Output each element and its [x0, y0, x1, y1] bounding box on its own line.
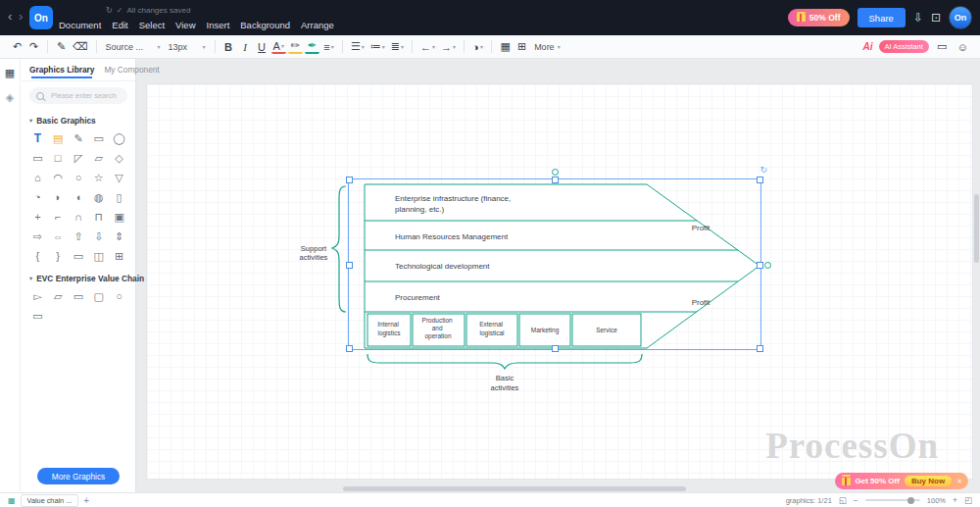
user-avatar[interactable]: On: [949, 6, 972, 29]
sticker-icon[interactable]: ☺: [956, 38, 970, 56]
buy-now-button[interactable]: Buy Now: [905, 476, 952, 486]
share-button[interactable]: Share: [858, 8, 906, 27]
selection-handle-ne[interactable]: [757, 177, 763, 183]
selection-handle-s[interactable]: [552, 345, 559, 352]
table-icon[interactable]: ▦: [498, 38, 513, 56]
menu-document[interactable]: Document: [59, 20, 101, 30]
shape-item[interactable]: ◇: [109, 150, 129, 166]
menu-background[interactable]: Background: [240, 20, 290, 30]
tab-my-component[interactable]: My Component: [104, 61, 159, 78]
list-button[interactable]: ≔▾: [368, 38, 387, 56]
selection-handle-n[interactable]: [552, 177, 559, 183]
zoom-out-button[interactable]: −: [854, 495, 858, 505]
underline-button[interactable]: U: [255, 38, 270, 56]
shape-item[interactable]: ⊓: [88, 209, 109, 225]
horizontal-scrollbar[interactable]: [343, 486, 686, 491]
shape-item[interactable]: ◫: [88, 248, 109, 264]
shape-item[interactable]: ◠: [48, 170, 69, 185]
fit-screen-icon[interactable]: ◱: [839, 495, 847, 505]
frame-icon[interactable]: ▭: [935, 38, 950, 56]
menu-select[interactable]: Select: [139, 20, 165, 30]
present-icon[interactable]: ⊡: [931, 11, 941, 25]
shape-item[interactable]: +: [27, 209, 48, 225]
connection-point-top[interactable]: [552, 169, 559, 176]
search-box[interactable]: [29, 87, 127, 104]
align-button[interactable]: ☰▾: [349, 38, 367, 56]
download-icon[interactable]: ⇩: [913, 11, 923, 25]
zoom-in-button[interactable]: +: [953, 495, 957, 505]
forward-button[interactable]: ›: [19, 10, 23, 24]
highlight-color-button[interactable]: ✏: [288, 39, 303, 54]
shape-item[interactable]: ◔: [27, 189, 48, 205]
discount-badge[interactable]: 50% Off: [788, 9, 850, 26]
shape-item[interactable]: ⌂: [27, 170, 48, 185]
shape-item[interactable]: ☆: [88, 170, 109, 185]
selection-handle-sw[interactable]: [346, 345, 353, 352]
zoom-slider-thumb[interactable]: [907, 497, 914, 504]
shape-item[interactable]: ○: [109, 288, 129, 304]
selection-handle-nw[interactable]: [346, 177, 353, 183]
menu-arrange[interactable]: Arrange: [301, 20, 334, 30]
arrow-end-button[interactable]: →▾: [439, 38, 458, 56]
font-color-button[interactable]: A▾: [271, 39, 286, 54]
eraser-icon[interactable]: ⌫: [71, 38, 90, 56]
pages-icon[interactable]: ▦: [8, 496, 16, 505]
font-size-select[interactable]: 13px▾: [166, 38, 209, 56]
magic-panel-icon[interactable]: ◈: [6, 91, 14, 104]
bold-button[interactable]: B: [221, 38, 236, 56]
shape-item[interactable]: }: [48, 248, 69, 264]
shape-item[interactable]: ∩: [69, 209, 89, 225]
add-page-button[interactable]: +: [83, 495, 89, 506]
zoom-slider[interactable]: [865, 499, 920, 501]
format-painter-icon[interactable]: ✎: [54, 38, 69, 56]
connection-point-right[interactable]: [764, 262, 771, 269]
page-tab[interactable]: Value chain ...: [21, 494, 79, 507]
shape-item[interactable]: ⇨: [27, 228, 48, 244]
selection-handle-se[interactable]: [757, 345, 763, 352]
undo-icon[interactable]: ↶: [10, 38, 24, 56]
font-family-select[interactable]: Source ...▾: [103, 38, 164, 56]
shape-item[interactable]: ▭: [88, 130, 109, 146]
fullscreen-icon[interactable]: ◰: [964, 495, 972, 505]
shape-item[interactable]: ✎: [69, 130, 89, 146]
selection-box[interactable]: ↻: [348, 178, 761, 350]
shape-item[interactable]: ◗: [48, 189, 69, 205]
toolbar-more-button[interactable]: More▾: [531, 38, 564, 56]
shape-item[interactable]: ◯: [109, 130, 129, 146]
shape-item[interactable]: ▽: [109, 170, 129, 185]
canvas[interactable]: ProcessOn Enterpri: [135, 59, 980, 492]
close-icon[interactable]: ✕: [956, 478, 962, 485]
shape-item[interactable]: {: [27, 248, 48, 264]
processon-logo[interactable]: On: [29, 6, 53, 29]
shape-item[interactable]: ⇕: [109, 228, 129, 244]
selection-handle-w[interactable]: [346, 262, 353, 269]
shape-item[interactable]: ▭: [69, 248, 89, 264]
shapes-panel-icon[interactable]: ▦: [5, 67, 15, 79]
italic-button[interactable]: I: [238, 38, 253, 56]
shape-item[interactable]: ⇔: [48, 228, 69, 244]
shape-item[interactable]: ⇩: [88, 228, 109, 244]
shape-item[interactable]: ▯: [109, 189, 129, 205]
menu-view[interactable]: View: [175, 20, 195, 30]
promo-banner[interactable]: Get 50% Off Buy Now ✕: [835, 473, 968, 489]
search-input[interactable]: [49, 90, 131, 101]
shape-item[interactable]: ○: [69, 170, 89, 185]
shape-item[interactable]: ⇧: [69, 228, 89, 244]
shape-item[interactable]: ◍: [88, 189, 109, 205]
selection-handle-e[interactable]: [757, 262, 763, 269]
section-basic-graphics[interactable]: ▾ Basic Graphics: [22, 110, 135, 128]
shape-item[interactable]: ▣: [109, 209, 129, 225]
layout-icon[interactable]: ⊞: [514, 38, 529, 56]
shape-item[interactable]: ⌐: [48, 209, 69, 225]
shape-item[interactable]: ▱: [48, 288, 69, 304]
tab-graphics-library[interactable]: Graphics Library: [29, 61, 94, 78]
shape-item[interactable]: T: [27, 130, 48, 146]
shape-item[interactable]: ▱: [88, 150, 109, 166]
more-graphics-button[interactable]: More Graphics: [37, 468, 120, 484]
shape-item[interactable]: ▭: [69, 288, 89, 304]
shape-item[interactable]: ▭: [27, 308, 48, 324]
theme-color-button[interactable]: ◑▾: [470, 38, 485, 56]
menu-insert[interactable]: Insert: [207, 20, 230, 30]
rotate-handle-icon[interactable]: ↻: [760, 165, 767, 175]
shape-item[interactable]: ▭: [27, 150, 48, 166]
